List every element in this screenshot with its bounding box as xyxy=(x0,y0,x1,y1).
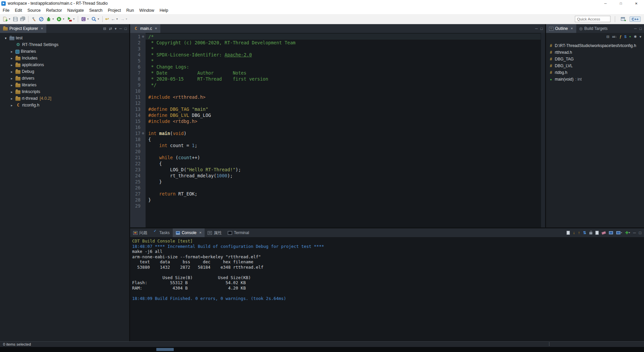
outline-item-rtdbg-h[interactable]: rtdbg.h xyxy=(546,69,644,76)
tab-problems[interactable]: 问题 xyxy=(130,228,150,237)
outline-item-rtthread-h[interactable]: rtthread.h xyxy=(546,49,644,56)
code-line-21[interactable]: while (count++) xyxy=(148,155,541,161)
expand-arrow-icon[interactable]: ▸ xyxy=(9,90,14,94)
overview-ruler[interactable] xyxy=(541,33,545,227)
gutter-line[interactable]: 29 xyxy=(130,203,146,209)
sort-icon[interactable]: az↓ xyxy=(612,35,617,38)
code-line-7[interactable]: * Date Author Notes xyxy=(148,70,541,76)
outline-item-d-rt-threadstudio-workspace-test-rtconfi[interactable]: D:\RT-ThreadStudio\workspace\test\rtconf… xyxy=(546,42,644,49)
debug-button[interactable]: ▼ xyxy=(45,15,55,23)
close-icon[interactable]: ✕ xyxy=(199,231,202,234)
close-icon[interactable]: ✕ xyxy=(571,27,573,30)
quick-access-input[interactable] xyxy=(575,16,610,22)
dropdown-caret-icon[interactable]: ▾ xyxy=(621,231,622,234)
code-line-2[interactable]: * Copyright (c) 2006-2020, RT-Thread Dev… xyxy=(148,40,541,46)
view-menu-icon[interactable]: ▾ xyxy=(115,27,117,31)
tree-item-linkscripts[interactable]: ▸linkscripts xyxy=(0,88,129,95)
new-console-button[interactable]: ✚▾ xyxy=(625,230,630,235)
tab-main-c[interactable]: main.c ✕ xyxy=(130,24,160,33)
tree-item-rtconfig-h[interactable]: ▸rtconfig.h xyxy=(0,102,129,108)
gutter-line[interactable]: 5 xyxy=(130,58,146,64)
dropdown-caret-icon[interactable]: ▼ xyxy=(8,18,11,20)
gutter-line[interactable]: 27 xyxy=(130,191,146,197)
code-line-14[interactable]: #define DBG_LVL DBG_LOG xyxy=(148,112,541,118)
tab-build-targets[interactable]: ◎ Build Targets xyxy=(576,24,611,33)
gutter-line[interactable]: 7 xyxy=(130,70,146,76)
code-line-27[interactable]: return RT_EOK; xyxy=(148,191,541,197)
gutter-line[interactable]: 10 xyxy=(130,88,146,94)
maximize-view-icon[interactable]: □ xyxy=(540,27,543,31)
last-edit-location-button[interactable]: ↩ xyxy=(104,15,110,23)
code-line-23[interactable]: LOG_D("Hello RT-Thread!"); xyxy=(148,167,541,173)
code-line-29[interactable] xyxy=(148,203,541,209)
gutter-line[interactable]: 9 xyxy=(130,82,146,88)
menu-refactor[interactable]: Refactor xyxy=(43,7,64,13)
dropdown-caret-icon[interactable]: ▼ xyxy=(116,18,118,20)
previous-marker-button[interactable]: ↑ xyxy=(578,230,580,235)
word-wrap-button[interactable] xyxy=(595,231,599,235)
code-line-4[interactable]: * SPDX-License-Identifier: Apache-2.0 xyxy=(148,52,541,58)
tree-item-binaries[interactable]: ▸Binaries xyxy=(0,48,129,55)
code-line-8[interactable]: * 2020-05-15 RT-Thread first version xyxy=(148,76,541,82)
gutter-line[interactable]: 24 xyxy=(130,173,146,179)
minimize-view-icon[interactable]: ─ xyxy=(634,27,637,31)
pin-console-button[interactable] xyxy=(567,231,570,235)
tree-item-rt-thread-settings[interactable]: RT-Thread Settings xyxy=(0,41,129,48)
menu-help[interactable]: Help xyxy=(157,7,171,13)
code-line-19[interactable]: int count = 1; xyxy=(148,142,541,148)
hide-non-public-icon[interactable]: ● xyxy=(629,35,631,38)
expand-arrow-icon[interactable]: ▸ xyxy=(9,56,14,60)
menu-edit[interactable]: Edit xyxy=(12,7,25,13)
code-line-17[interactable]: int main(void) xyxy=(148,130,541,136)
tab-properties[interactable]: 属性 xyxy=(205,228,225,237)
gutter-line[interactable]: 20 xyxy=(130,148,146,155)
gutter-line[interactable]: 19 xyxy=(130,142,146,148)
editor-gutter[interactable]: 1⊖234567891011121314151617⊖1819202122232… xyxy=(130,33,146,227)
save-all-button[interactable] xyxy=(19,15,26,23)
dropdown-caret-icon[interactable]: ▼ xyxy=(97,18,100,20)
tree-item-test[interactable]: ▾test xyxy=(0,35,129,41)
open-console-button[interactable]: ▾ xyxy=(616,231,622,234)
gutter-line[interactable]: 3 xyxy=(130,46,146,52)
dropdown-caret-icon[interactable]: ▼ xyxy=(52,18,54,20)
view-menu-icon[interactable]: ▾ xyxy=(639,35,641,39)
tab-console[interactable]: Console✕ xyxy=(173,228,205,237)
code-line-9[interactable]: */ xyxy=(148,82,541,88)
maximize-view-button[interactable]: □ xyxy=(639,230,641,235)
code-line-22[interactable]: { xyxy=(148,161,541,167)
menu-navigate[interactable]: Navigate xyxy=(65,7,87,13)
expand-arrow-icon[interactable]: ▾ xyxy=(3,36,8,40)
code-line-26[interactable] xyxy=(148,185,541,191)
code-line-16[interactable] xyxy=(148,124,541,130)
code-line-18[interactable]: { xyxy=(148,136,541,142)
save-button[interactable] xyxy=(12,15,19,23)
dropdown-caret-icon[interactable]: ▼ xyxy=(125,18,127,20)
code-line-12[interactable] xyxy=(148,100,541,106)
external-tools-button[interactable]: ▼ xyxy=(66,15,76,23)
run-button[interactable]: ▼ xyxy=(55,15,66,23)
collapse-all-icon[interactable]: ⊟ xyxy=(606,35,609,39)
gutter-line[interactable]: 21 xyxy=(130,155,146,161)
gutter-line[interactable]: 26 xyxy=(130,185,146,191)
maximize-view-icon[interactable]: □ xyxy=(124,27,127,31)
tree-item-includes[interactable]: ▸Includes xyxy=(0,55,129,61)
scrollbar-thumb[interactable] xyxy=(156,348,174,351)
hide-fields-icon[interactable]: ƒ xyxy=(620,35,622,39)
console-output[interactable]: CDT Build Console [test]18:48:07 **** In… xyxy=(130,237,644,341)
outline-item-main-void[interactable]: main(void) : int xyxy=(546,76,644,83)
close-icon[interactable]: ✕ xyxy=(155,27,157,30)
gutter-line[interactable]: 22 xyxy=(130,161,146,167)
code-line-1[interactable]: /* xyxy=(146,34,541,40)
next-marker-button[interactable]: ↓ xyxy=(573,230,575,235)
hide-static-icon[interactable]: S xyxy=(624,35,627,39)
expand-arrow-icon[interactable]: ▸ xyxy=(9,97,14,100)
cpp-perspective-button[interactable]: C++ xyxy=(630,16,641,22)
code-line-3[interactable]: * xyxy=(148,46,541,52)
code-line-11[interactable]: #include <rtthread.h> xyxy=(148,94,541,100)
expand-arrow-icon[interactable]: ▸ xyxy=(9,83,14,87)
menu-file[interactable]: File xyxy=(0,7,12,13)
gutter-line[interactable]: 18 xyxy=(130,136,146,142)
menu-source[interactable]: Source xyxy=(25,7,44,13)
gutter-line[interactable]: 12 xyxy=(130,100,146,106)
tree-item-drivers[interactable]: ▸drivers xyxy=(0,75,129,82)
